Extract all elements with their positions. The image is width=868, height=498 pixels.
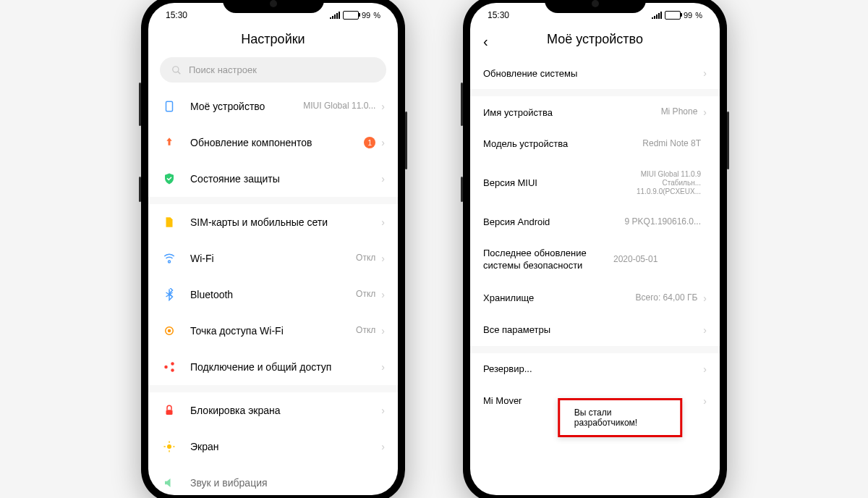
divider	[148, 197, 398, 204]
row-value: MIUI Global 11.0.9 Стабильн... 11.0.9.0(…	[637, 170, 701, 196]
row-system-update[interactable]: Обновление системы ›	[470, 57, 720, 89]
volume-button	[139, 83, 141, 126]
row-label: Моё устройство	[190, 101, 303, 112]
badge-count: 1	[364, 137, 375, 148]
row-storage[interactable]: Хранилище Всего: 64,00 ГБ ›	[470, 282, 720, 314]
row-miui-version[interactable]: Версия MIUI MIUI Global 11.0.9 Стабильн.…	[470, 160, 720, 206]
row-label: Последнее обновление системы безопасност…	[483, 248, 613, 272]
row-label: Версия Android	[483, 216, 625, 227]
row-value: Откл	[356, 325, 375, 337]
chevron-right-icon: ›	[703, 106, 707, 118]
divider	[470, 89, 720, 96]
row-label: Версия MIUI	[483, 177, 637, 188]
chevron-right-icon: ›	[381, 137, 385, 148]
row-label: Состояние защиты	[190, 173, 381, 185]
battery-icon	[665, 11, 681, 20]
phone-right: 15:30 99% ‹ Моё устройство Обновление си…	[463, 0, 727, 498]
status-bar: 15:30 99%	[470, 3, 720, 25]
toast-text: Вы стали разработчиком!	[574, 408, 637, 428]
header: ‹ Моё устройство	[470, 25, 720, 57]
row-label: Модель устройства	[483, 138, 642, 149]
chevron-right-icon: ›	[381, 289, 385, 300]
row-value: Откл	[356, 289, 375, 300]
svg-point-7	[171, 368, 174, 372]
power-button	[727, 111, 729, 169]
chevron-right-icon: ›	[381, 361, 385, 373]
svg-line-1	[178, 71, 181, 74]
row-sim-cards[interactable]: SIM-карты и мобильные сети ›	[148, 204, 398, 240]
chevron-right-icon: ›	[703, 395, 707, 407]
side-button	[139, 177, 141, 202]
search-input[interactable]: Поиск настроек	[160, 57, 386, 83]
row-value: Откл	[356, 253, 375, 264]
row-label: Хранилище	[483, 292, 635, 303]
signal-icon	[652, 12, 662, 19]
share-icon	[161, 359, 177, 375]
svg-rect-2	[166, 101, 173, 111]
page-title: Моё устройство	[547, 32, 643, 46]
header: Настройки	[148, 25, 398, 57]
bluetooth-icon	[161, 287, 177, 303]
row-device-model[interactable]: Модель устройства Redmi Note 8T	[470, 128, 720, 160]
row-value: 2020-05-01	[613, 254, 658, 266]
back-button[interactable]: ‹	[483, 33, 488, 50]
battery-percent: 99	[362, 11, 370, 20]
lock-icon	[161, 402, 177, 418]
row-wifi[interactable]: Wi-Fi Откл ›	[148, 240, 398, 277]
settings-list: Моё устройство MIUI Global 11.0... › Обн…	[148, 88, 398, 495]
svg-point-5	[164, 366, 168, 369]
row-all-params[interactable]: Все параметры ›	[470, 314, 720, 346]
row-bluetooth[interactable]: Bluetooth Откл ›	[148, 277, 398, 313]
chevron-right-icon: ›	[381, 253, 385, 264]
row-hotspot[interactable]: Точка доступа Wi-Fi Откл ›	[148, 313, 398, 349]
status-right: 99%	[330, 11, 380, 20]
row-label: Имя устройства	[483, 107, 661, 118]
row-device-name[interactable]: Имя устройства Mi Phone ›	[470, 96, 720, 128]
chevron-right-icon: ›	[703, 363, 707, 375]
svg-point-9	[167, 444, 171, 449]
row-display[interactable]: Экран ›	[148, 429, 398, 465]
row-value: Mi Phone	[661, 106, 698, 118]
wifi-icon	[161, 250, 177, 266]
row-security-status[interactable]: Состояние защиты ›	[148, 161, 398, 197]
row-lock-screen[interactable]: Блокировка экрана ›	[148, 392, 398, 429]
signal-icon	[330, 12, 340, 19]
row-my-device[interactable]: Моё устройство MIUI Global 11.0... ›	[148, 88, 398, 124]
chevron-right-icon: ›	[381, 173, 385, 185]
row-components-update[interactable]: Обновление компонентов 1 ›	[148, 124, 398, 161]
row-value: MIUI Global 11.0...	[303, 101, 375, 112]
brightness-icon	[161, 439, 177, 455]
chevron-right-icon: ›	[381, 325, 385, 337]
phone-icon	[161, 98, 177, 114]
screen-right: 15:30 99% ‹ Моё устройство Обновление си…	[470, 3, 720, 495]
row-sound[interactable]: Звук и вибрация	[148, 465, 398, 495]
row-label: Резервир...	[483, 363, 703, 374]
page-title: Настройки	[241, 32, 305, 46]
volume-button	[461, 83, 463, 126]
row-android-version[interactable]: Версия Android 9 PKQ1.190616.0...	[470, 206, 720, 238]
hotspot-icon	[161, 323, 177, 339]
chevron-right-icon: ›	[381, 101, 385, 112]
svg-point-0	[173, 66, 179, 72]
chevron-right-icon: ›	[381, 216, 385, 228]
status-right: 99%	[652, 11, 702, 20]
chevron-right-icon: ›	[381, 405, 385, 416]
power-button	[405, 111, 407, 169]
svg-point-6	[171, 362, 174, 366]
svg-rect-8	[166, 410, 173, 415]
row-label: Точка доступа Wi-Fi	[190, 325, 356, 337]
row-connection-sharing[interactable]: Подключение и общий доступ ›	[148, 349, 398, 385]
battery-icon	[343, 11, 359, 20]
row-label: Все параметры	[483, 324, 703, 335]
search-icon	[171, 65, 182, 75]
shield-icon	[161, 171, 177, 187]
divider	[470, 346, 720, 353]
row-label: SIM-карты и мобильные сети	[190, 216, 381, 228]
row-backup[interactable]: Резервир... ›	[470, 353, 720, 385]
row-label: Bluetooth	[190, 289, 356, 300]
svg-point-3	[168, 329, 171, 333]
chevron-right-icon: ›	[381, 441, 385, 452]
status-time: 15:30	[488, 10, 509, 20]
row-security-patch[interactable]: Последнее обновление системы безопасност…	[470, 237, 720, 282]
update-icon	[161, 135, 177, 151]
